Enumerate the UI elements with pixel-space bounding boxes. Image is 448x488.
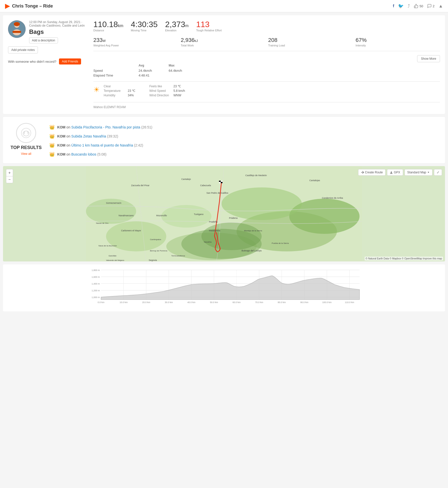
- stat-power-label: Weighted Avg Power: [93, 44, 178, 47]
- zoom-in-button[interactable]: +: [6, 169, 13, 176]
- stat-total-work-label: Total Work: [181, 44, 265, 47]
- gpx-button[interactable]: GPX: [387, 169, 403, 176]
- svg-text:Navalmanzano: Navalmanzano: [119, 214, 134, 217]
- weather-icon: ☀: [93, 86, 100, 94]
- stat-distance-label: Distance: [93, 29, 123, 32]
- zoom-out-button[interactable]: −: [6, 176, 13, 183]
- stat-elevation: 2,373m Elevation: [165, 20, 188, 32]
- svg-text:10.0 km: 10.0 km: [119, 301, 127, 304]
- stat-moving-time-value: 4:30:35: [131, 20, 158, 28]
- trophy-icon: [16, 123, 36, 143]
- stat-training-load-label: Training Load: [268, 44, 353, 47]
- header-actions: f 🐦 ⤴ 50 2 ▲: [393, 3, 443, 9]
- weather-feels-like: Feels like 23 ℃: [149, 85, 185, 88]
- kom-segment-link-3[interactable]: Último 1 km hasta el puerto de Navafria: [71, 143, 133, 147]
- stat-intensity-label: Intensity: [356, 44, 440, 47]
- map-container: Gomezserracin Zarzuela del Pinar Cantale…: [3, 166, 445, 261]
- add-notes-button[interactable]: Add private notes: [8, 46, 38, 53]
- kom-text-4: KOM on Buscando lobos (5:08): [57, 152, 106, 156]
- stat-relative-effort-label: Tough Relative Effort: [196, 29, 222, 32]
- top-results-badge: TOP RESULTS View all: [11, 123, 42, 156]
- svg-text:1,000 m: 1,000 m: [92, 296, 100, 299]
- crown-icon: 👑: [49, 152, 55, 157]
- weather-row: ☀ Clear Feels like 23 ℃ Temperature 23 ℃…: [93, 81, 440, 100]
- fullscreen-button[interactable]: ⤢: [434, 169, 442, 176]
- svg-text:Nava de la Asunción: Nava de la Asunción: [99, 245, 117, 247]
- secondary-stats: 233W Weighted Avg Power 2,936kJ Total Wo…: [93, 37, 440, 51]
- svg-text:Montejo de la Sierra: Montejo de la Sierra: [244, 230, 262, 232]
- list-item: 👑 KOM on Último 1 km hasta el puerto de …: [49, 143, 437, 148]
- kom-text-2: KOM on Subida Zetas Navafria (39:32): [57, 134, 118, 138]
- strava-logo-icon: ▶: [5, 3, 10, 10]
- show-more-button[interactable]: Show More: [417, 55, 440, 62]
- comments-count: 2: [433, 4, 434, 8]
- svg-point-14: [161, 205, 212, 228]
- svg-text:Mozoncillo: Mozoncillo: [156, 214, 167, 217]
- view-all-link[interactable]: View all: [21, 152, 31, 156]
- map-type-button[interactable]: Standard Map: [405, 169, 432, 176]
- map-zoom-controls: + −: [6, 169, 13, 183]
- wind-dir-value: WNW: [173, 94, 181, 97]
- wind-dir-label: Wind Direction: [149, 94, 172, 97]
- activity-left-col: 12:00 PM on Sunday, August 29, 2021 · Co…: [8, 20, 88, 109]
- avatar: [8, 20, 26, 38]
- activity-card: 12:00 PM on Sunday, August 29, 2021 · Co…: [3, 15, 445, 114]
- svg-point-16: [202, 223, 262, 250]
- svg-text:Cantalojas: Cantalojas: [309, 179, 320, 182]
- row-speed-avg: 24.4km/h: [139, 69, 169, 73]
- kom-time-2: (39:32): [107, 134, 118, 138]
- kom-segment-link-1[interactable]: Subida Piscifactoria - Pto. Navafría por…: [71, 125, 140, 129]
- row-speed-max: 64.4km/h: [169, 69, 199, 73]
- stat-training-load: 208 Training Load: [268, 37, 353, 47]
- svg-point-12: [222, 187, 302, 220]
- map-svg: Gomezserracin Zarzuela del Pinar Cantale…: [3, 166, 445, 261]
- add-friends-button[interactable]: Add Friends: [59, 58, 81, 64]
- athlete-details: 12:00 PM on Sunday, August 29, 2021 · Co…: [29, 20, 88, 43]
- svg-text:Cantimpalos: Cantimpalos: [150, 238, 161, 241]
- stat-total-work-value: 2,936kJ: [181, 37, 265, 43]
- twitter-icon[interactable]: 🐦: [398, 3, 404, 9]
- svg-point-8: [106, 221, 166, 251]
- comments-button[interactable]: 2: [427, 4, 434, 8]
- weather-grid: Clear Feels like 23 ℃ Temperature 23 ℃ W…: [104, 85, 185, 97]
- weather-wind-direction: Wind Direction WNW: [149, 94, 185, 97]
- svg-text:1,800 m: 1,800 m: [92, 269, 100, 271]
- share-icon[interactable]: ⤴: [408, 4, 410, 9]
- weather-humidity: Humidity 34%: [104, 94, 139, 97]
- more-icon[interactable]: ▲: [438, 4, 443, 9]
- top-results-card: TOP RESULTS View all 👑 KOM on Subida Pis…: [3, 117, 445, 163]
- svg-point-4: [14, 22, 20, 26]
- svg-text:0.0 km: 0.0 km: [98, 301, 104, 304]
- svg-text:80.0 km: 80.0 km: [278, 301, 286, 304]
- kom-segment-link-4[interactable]: Buscando lobos: [71, 152, 96, 156]
- col-avg: Avg: [139, 64, 169, 67]
- stat-distance-value: 110.18km: [93, 20, 123, 28]
- svg-text:Cantalejo: Cantalejo: [181, 178, 191, 180]
- map-credit: © Natural Earth Data © Mapbox © OpenStre…: [365, 257, 443, 260]
- primary-stats: 110.18km Distance 4:30:35 Moving Time 2,…: [93, 20, 440, 32]
- stats-table-header: Avg Max: [93, 64, 440, 67]
- kom-label-2: KOM: [57, 134, 66, 138]
- feels-like-label: Feels like: [149, 85, 172, 88]
- svg-text:San Pedro de Galillos: San Pedro de Galillos: [207, 192, 229, 194]
- humidity-label: Humidity: [104, 94, 126, 97]
- page-title: Chris Tonge – Ride: [12, 4, 53, 9]
- row-elapsed-max: [169, 74, 199, 77]
- kudos-button[interactable]: 50: [414, 4, 423, 8]
- create-route-button[interactable]: Create Route: [358, 169, 386, 176]
- stats-row-speed: Speed 24.4km/h 64.4km/h: [93, 69, 440, 73]
- kom-segment-link-2[interactable]: Subida Zetas Navafria: [71, 134, 106, 138]
- humidity-value: 34%: [128, 94, 134, 97]
- svg-text:Torrecaballeros: Torrecaballeros: [171, 255, 185, 257]
- kudos-count: 50: [419, 4, 423, 8]
- svg-rect-19: [221, 182, 223, 183]
- facebook-icon[interactable]: f: [393, 4, 394, 8]
- elevation-section: 1,800 m 1,600 m 1,400 m 1,200 m 1,000 m …: [3, 264, 445, 311]
- add-description-button[interactable]: Add a description: [29, 37, 58, 43]
- stat-intensity: 67% Intensity: [356, 37, 440, 47]
- svg-text:Prádena: Prádena: [229, 217, 238, 219]
- weather-wind-speed: Wind Speed 5.8 km/h: [149, 89, 185, 93]
- col-max: Max: [169, 64, 199, 67]
- col-extra: [199, 64, 440, 67]
- svg-text:Matabuena: Matabuena: [209, 229, 220, 232]
